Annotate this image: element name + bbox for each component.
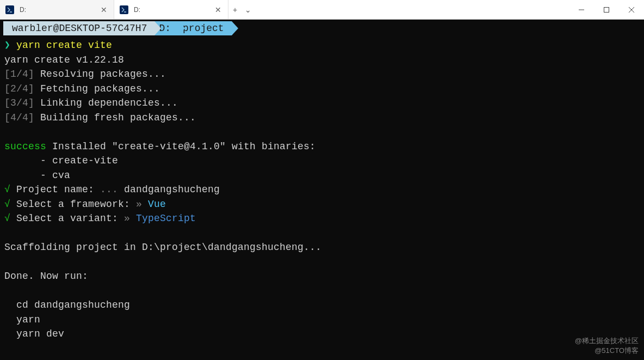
window-controls <box>569 0 644 19</box>
close-icon[interactable]: ✕ <box>100 5 108 14</box>
step-num: [2/4] <box>4 83 34 94</box>
tab-strip: D: ✕ D: ✕ + ⌄ <box>0 0 569 19</box>
close-button[interactable] <box>619 0 644 19</box>
window-titlebar: D: ✕ D: ✕ + ⌄ <box>0 0 644 20</box>
powershell-icon <box>5 5 14 14</box>
run-cmd: yarn <box>4 314 40 325</box>
step-num: [4/4] <box>4 112 34 123</box>
maximize-button[interactable] <box>594 0 619 19</box>
variant-label: Select a variant: <box>10 213 118 224</box>
tab-title: D: <box>134 6 208 14</box>
binary-item: - cva <box>4 170 70 181</box>
run-cmd: cd dandgangshucheng <box>4 300 130 310</box>
tab-actions: + ⌄ <box>228 0 256 19</box>
success-text: Installed "create-vite@4.1.0" with binar… <box>46 141 315 152</box>
breadcrumb: warbler@DESKTOP-57C47H7 D: project <box>0 20 644 37</box>
step-text: Building fresh packages... <box>40 112 196 123</box>
check-icon: √ <box>4 184 10 195</box>
scaffolding-text: Scaffolding project in D:\project\dandga… <box>4 242 321 253</box>
project-name-value: dandgangshucheng <box>124 184 220 195</box>
tab-dropdown-button[interactable]: ⌄ <box>245 5 251 14</box>
new-tab-button[interactable]: + <box>233 5 237 14</box>
framework-label: Select a framework: <box>10 199 130 210</box>
step-text: Linking dependencies... <box>40 97 178 108</box>
watermark-2: @51CTO博客 <box>595 346 639 356</box>
variant-value: TypeScript <box>136 213 196 224</box>
check-icon: √ <box>4 213 10 224</box>
command-text: yarn create vite <box>16 40 112 51</box>
run-cmd: yarn dev <box>4 328 64 339</box>
step-text: Fetching packages... <box>40 83 160 94</box>
close-icon[interactable]: ✕ <box>214 5 222 14</box>
step-text: Resolving packages... <box>40 69 166 80</box>
tab-active[interactable]: D: ✕ <box>114 0 228 19</box>
watermark-1: @稀土掘金技术社区 <box>575 336 639 346</box>
arrow-icon: » <box>118 213 136 224</box>
check-icon: √ <box>4 199 10 210</box>
step-num: [1/4] <box>4 69 34 80</box>
success-label: success <box>4 141 46 152</box>
powershell-icon <box>120 5 128 14</box>
terminal-output[interactable]: ❯ yarn create vite yarn create v1.22.18 … <box>0 37 644 343</box>
arrow-icon: » <box>130 199 148 210</box>
tab-inactive[interactable]: D: ✕ <box>0 0 114 19</box>
tab-title: D: <box>20 6 94 14</box>
project-name-label: Project name: <box>10 184 94 195</box>
breadcrumb-user: warbler@DESKTOP-57C47H7 <box>3 21 154 35</box>
done-text: Done. Now run: <box>4 271 88 282</box>
framework-value: Vue <box>148 199 166 210</box>
version-line: yarn create v1.22.18 <box>4 54 124 65</box>
binary-item: - create-vite <box>4 155 118 166</box>
step-num: [3/4] <box>4 97 34 108</box>
ellipsis: ... <box>94 184 124 195</box>
svg-rect-1 <box>604 7 609 12</box>
minimize-button[interactable] <box>569 0 594 19</box>
prompt-symbol: ❯ <box>4 40 10 51</box>
